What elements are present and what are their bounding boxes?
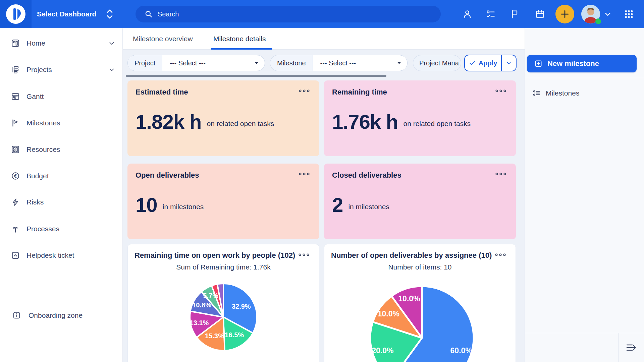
card-menu-icon[interactable] — [298, 252, 312, 258]
apply-button[interactable]: Apply — [464, 55, 517, 71]
sidebar-item-label: Gantt — [26, 93, 44, 101]
tab-milestone-details[interactable]: Milestone details — [213, 28, 266, 50]
stat-caption: on related open tasks — [403, 116, 471, 128]
stat-card-open-deliverables: Open deliverables 10 in milestones — [127, 164, 319, 239]
filters-horizontal-scrollbar[interactable] — [126, 75, 386, 77]
card-menu-icon[interactable] — [495, 252, 509, 258]
chart-title: Remaining time on open work by people (1… — [135, 251, 295, 260]
sidebar-item-projects[interactable]: Projects — [0, 62, 123, 78]
sidebar-item-budget[interactable]: € Budget — [0, 168, 123, 184]
lightning-icon — [11, 198, 20, 206]
milestone-filter-select[interactable]: Milestone --- Select --- — [270, 55, 408, 71]
svg-text:€: € — [13, 173, 17, 179]
card-menu-icon[interactable] — [495, 88, 509, 94]
top-bar: Select Dashboard Search — [0, 0, 644, 28]
pie-slice-label: 13.1% — [190, 319, 209, 326]
sidebar-item-label: Resources — [26, 145, 60, 154]
apply-options-chevron[interactable] — [501, 55, 516, 71]
quick-add-button[interactable] — [555, 5, 574, 23]
project-filter-select[interactable]: Project --- Select --- — [127, 55, 265, 71]
pie-slice-label: 5.7% — [203, 292, 218, 299]
filter-label: Project — [128, 55, 162, 71]
chart-subtitle: Number of items: 10 — [324, 263, 516, 271]
apply-label: Apply — [479, 59, 497, 67]
app-grid-icon[interactable] — [624, 9, 634, 19]
filter-value: --- Select --- — [162, 55, 254, 71]
calendar-icon[interactable] — [535, 9, 545, 19]
extra-filter-pill[interactable]: Project Mana — [413, 55, 461, 71]
check-icon — [469, 60, 476, 66]
sidebar-item-resources[interactable]: Resources — [0, 141, 123, 158]
online-status-dot — [595, 18, 601, 24]
pie-slice-label: 10.8% — [192, 301, 211, 309]
chart-card-deliverables-by-assignee: Number of open deliverables by assignee … — [324, 244, 516, 362]
active-tab-underline — [211, 48, 272, 50]
sidebar-item-risks[interactable]: Risks — [0, 194, 123, 210]
stat-value: 2 — [332, 195, 343, 215]
expand-panel-button[interactable] — [624, 340, 639, 355]
sidebar-item-processes[interactable]: Processes — [0, 221, 123, 237]
projects-tree-icon — [11, 65, 20, 74]
card-menu-icon[interactable] — [299, 88, 313, 94]
dashboard-icon — [11, 145, 20, 154]
sidebar-item-home[interactable]: Home — [0, 35, 123, 51]
filter-value: Project Mana — [419, 59, 459, 67]
panel-footer-vline — [618, 333, 619, 362]
branch-arrows-icon — [11, 225, 20, 233]
tab-milestone-overview[interactable]: Milestone overview — [133, 28, 193, 50]
sidebar-item-label: Milestones — [26, 119, 60, 127]
avatar[interactable] — [581, 5, 600, 23]
plus-icon — [560, 9, 570, 19]
chevron-down-icon[interactable] — [108, 66, 115, 73]
filter-value: --- Select --- — [313, 55, 396, 71]
search-input[interactable]: Search — [136, 6, 441, 22]
stat-value: 1.76k h — [332, 112, 398, 132]
pie-chart[interactable]: 60.0%20.0%10.0%10.0% — [324, 274, 516, 362]
dashboard-selector[interactable]: Select Dashboard — [37, 0, 114, 28]
chart-subtitle: Sum of Remaining time: 1.76k — [128, 263, 319, 271]
plus-square-icon — [534, 60, 542, 68]
flag-icon[interactable] — [509, 9, 520, 19]
stat-caption: in milestones — [163, 199, 204, 211]
sidebar-item-gantt[interactable]: Gantt — [0, 88, 123, 105]
stat-caption: in milestones — [348, 199, 389, 211]
flag-pole-icon — [11, 119, 20, 127]
tasks-checklist-icon[interactable] — [485, 9, 496, 19]
tab-label: Milestone details — [213, 35, 266, 43]
pie-slice-label: 16.5% — [225, 331, 244, 339]
card-title: Open deliverables — [136, 171, 199, 180]
sidebar-item-label: Risks — [26, 198, 44, 206]
sidebar-item-onboarding-zone[interactable]: Onboarding zone — [0, 307, 123, 323]
stat-value: 1.82k h — [136, 112, 201, 132]
euro-circle-icon: € — [11, 172, 20, 180]
pie-slice-label: 10.0% — [398, 294, 420, 303]
card-menu-icon[interactable] — [495, 172, 509, 177]
stat-card-remaining-time: Remaining time 1.76k h on related open t… — [324, 80, 516, 156]
sidebar: Home Projects Gantt Milestones — [0, 28, 123, 362]
easy-project-logo-icon — [5, 4, 26, 24]
tab-bar: Milestone overview Milestone details — [123, 28, 525, 50]
filter-label: Milestone — [270, 55, 313, 71]
sidebar-item-helpdesk[interactable]: Helpdesk ticket — [0, 247, 123, 263]
chevron-down-icon[interactable] — [108, 40, 115, 47]
chart-card-remaining-time-by-people: Remaining time on open work by people (1… — [127, 244, 319, 362]
pie-chart[interactable]: 32.9%16.5%15.3%13.1%10.8%5.7% — [128, 274, 319, 362]
panel-item-milestones[interactable]: Milestones — [525, 85, 644, 101]
chevron-down-icon[interactable] — [602, 9, 613, 19]
card-menu-icon[interactable] — [299, 172, 313, 177]
dashboard-selector-label: Select Dashboard — [37, 10, 96, 18]
app-logo[interactable] — [0, 0, 32, 28]
caret-down-icon — [396, 55, 407, 71]
user-profile-icon[interactable] — [462, 9, 473, 19]
sidebar-item-label: Home — [26, 39, 45, 47]
caret-down-icon — [254, 55, 265, 71]
sort-chevrons-icon — [106, 8, 114, 20]
sidebar-item-milestones[interactable]: Milestones — [0, 115, 123, 131]
search-placeholder: Search — [158, 10, 179, 18]
pie-slice-label: 15.3% — [205, 332, 224, 340]
sidebar-item-label: Processes — [26, 225, 59, 233]
main-content: Milestone overview Milestone details Pro… — [123, 28, 525, 362]
stat-card-estimated-time: Estimated time 1.82k h on related open t… — [127, 80, 319, 156]
new-milestone-button[interactable]: New milestone — [527, 55, 637, 72]
new-milestone-label: New milestone — [547, 59, 599, 68]
